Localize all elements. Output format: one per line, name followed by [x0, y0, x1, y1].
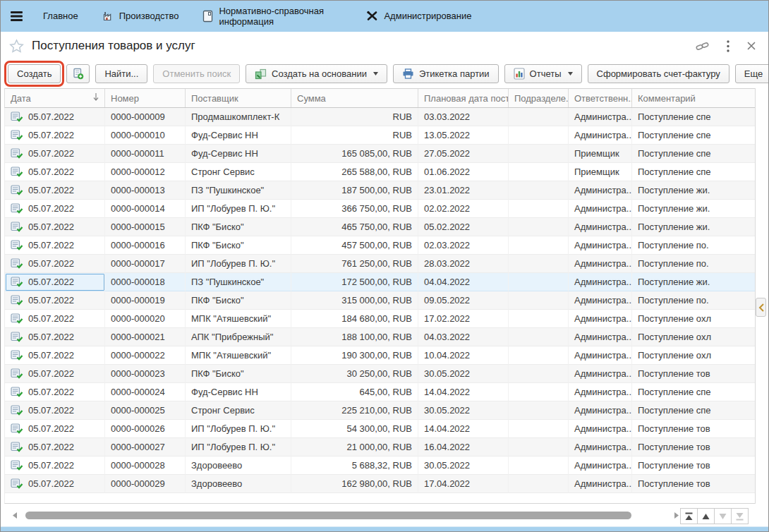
column-header[interactable]: Комментарий: [632, 89, 756, 107]
cell-value: МПК "Атяшевский": [191, 313, 271, 324]
table-row[interactable]: 05.07.20220000-000016ПКФ "Биско"457 500,…: [5, 236, 756, 255]
cell-value: Поступление жи.: [638, 277, 710, 287]
cell-responsible: Администра...: [569, 346, 632, 365]
cell-value: 761 250,00, RUB: [341, 258, 412, 269]
close-icon[interactable]: [747, 42, 756, 50]
create-based-on-button[interactable]: Создать на основании: [246, 64, 387, 83]
table-row[interactable]: 05.07.20220000-000012Стронг Сервис265 58…: [5, 163, 756, 181]
table-row[interactable]: 05.07.20220000-000011Фуд-Сервис НН165 08…: [5, 145, 756, 163]
scrollbar-thumb[interactable]: [25, 512, 631, 519]
cell-value: Администра...: [574, 313, 632, 324]
table-row[interactable]: 05.07.20220000-000025Стронг Сервис225 21…: [5, 401, 756, 420]
link-icon[interactable]: [696, 41, 709, 52]
cell-value: 05.07.2022: [28, 203, 74, 214]
cell-value: 0000-000022: [111, 350, 165, 361]
cell-value: 21 000,00, RUB: [346, 442, 412, 452]
cell-supplier: ПКФ "Биско": [186, 218, 291, 236]
table-row[interactable]: 05.07.20220000-000029Здоровеево162 980,0…: [5, 475, 756, 493]
cell-date: 05.07.2022: [5, 383, 105, 401]
cell-sum: 457 500,00, RUB: [291, 236, 418, 255]
table-row[interactable]: 05.07.20220000-000018ПЗ "Пушкинское"172 …: [5, 273, 756, 291]
menu-item-main[interactable]: Главное: [43, 11, 78, 21]
go-up-button[interactable]: [697, 508, 715, 524]
table-row[interactable]: 05.07.20220000-000028Здоровеево5 688,32,…: [5, 457, 756, 475]
table-row[interactable]: 05.07.20220000-000020МПК "Атяшевский"184…: [5, 310, 756, 328]
column-header[interactable]: Поставщик: [186, 89, 291, 107]
favorite-star-icon[interactable]: [9, 39, 24, 53]
expand-panel-button[interactable]: [756, 298, 766, 317]
cell-value: Здоровеево: [191, 478, 242, 489]
cell-value: 315 000,00, RUB: [341, 295, 412, 306]
button-label: Еще: [744, 68, 763, 79]
hamburger-menu-icon[interactable]: [11, 11, 25, 22]
cell-date: 05.07.2022: [5, 457, 105, 475]
cell-department: [509, 438, 569, 457]
document-posted-icon: [11, 185, 23, 195]
table-row[interactable]: 05.07.20220000-000024Фуд-Сервис НН645,00…: [5, 383, 756, 401]
cell-sum: 162 980,00, RUB: [291, 475, 418, 493]
scroll-left-icon[interactable]: [13, 512, 17, 519]
cell-responsible: Администра...: [569, 475, 632, 493]
column-header[interactable]: Ответственн...: [569, 89, 632, 107]
cell-department: [509, 457, 569, 475]
column-header[interactable]: Подразделе...: [509, 89, 569, 107]
cell-comment: Поступление тов: [632, 365, 756, 383]
printer-icon: [402, 68, 414, 80]
scroll-right-icon[interactable]: [674, 512, 679, 519]
column-header[interactable]: Дата: [5, 89, 105, 107]
cell-value: 187 500,00, RUB: [341, 185, 412, 195]
cell-value: 0000-000027: [111, 442, 165, 452]
column-header[interactable]: Номер: [105, 89, 186, 107]
menu-item-production[interactable]: Производство: [102, 11, 179, 22]
cell-value: ПКФ "Биско": [191, 240, 244, 250]
table-row[interactable]: 05.07.20220000-000022МПК "Атяшевский"190…: [5, 346, 756, 365]
table-row[interactable]: 05.07.20220000-000026ИП "Лобурев П. Ю."5…: [5, 420, 756, 438]
cell-value: 28.03.2022: [424, 258, 470, 269]
cell-value: 17.02.2022: [424, 313, 470, 324]
table-row[interactable]: 05.07.20220000-000015ПКФ "Биско"465 750,…: [5, 218, 756, 236]
cell-value: 0000-000029: [111, 478, 165, 489]
column-header[interactable]: Плановая дата поставки: [418, 89, 509, 107]
go-to-top-button[interactable]: [680, 508, 698, 524]
table-row[interactable]: 05.07.20220000-000023ПКФ "Биско"30 250,0…: [5, 365, 756, 383]
table-row[interactable]: 05.07.20220000-000021АПК "Прибрежный"188…: [5, 328, 756, 346]
cancel-search-button[interactable]: Отменить поиск: [153, 64, 240, 83]
cell-value: Администра...: [574, 350, 632, 361]
cell-date: 05.07.2022: [5, 181, 105, 200]
copy-button[interactable]: [66, 64, 90, 83]
table-row[interactable]: 05.07.20220000-000013ПЗ "Пушкинское"187 …: [5, 181, 756, 200]
cell-number: 0000-000020: [105, 310, 186, 328]
collapsed-right-panel: [755, 88, 768, 504]
table-row[interactable]: 05.07.20220000-000010Фуд-Сервис ННRUB13.…: [5, 126, 756, 145]
table-row[interactable]: 05.07.20220000-000027ИП "Лобурев П. Ю."2…: [5, 438, 756, 457]
column-header-label: Сумма: [297, 93, 326, 104]
table-row[interactable]: 05.07.20220000-000019ПКФ "Биско"315 000,…: [5, 291, 756, 310]
cell-supplier: Здоровеево: [186, 457, 291, 475]
menu-item-administration[interactable]: Администрирование: [366, 11, 471, 21]
menu-item-reference-info[interactable]: Нормативно-справочная информация: [202, 6, 342, 28]
table-row[interactable]: 05.07.20220000-000009Продмашкомплект-КRU…: [5, 108, 756, 126]
generate-invoice-button[interactable]: Сформировать счет-фактуру: [588, 64, 729, 83]
cell-responsible: Администра...: [569, 126, 632, 145]
cell-responsible: Администра...: [569, 273, 632, 291]
cell-sum: 172 500,00, RUB: [291, 273, 418, 291]
tools-icon: [366, 11, 378, 21]
batch-label-button[interactable]: Этикетка партии: [393, 64, 499, 83]
go-to-bottom-button[interactable]: [731, 508, 749, 524]
create-button[interactable]: Создать: [8, 64, 61, 83]
cell-responsible: Администра...: [569, 383, 632, 401]
table-row[interactable]: 05.07.20220000-000017ИП "Лобурев П. Ю."7…: [5, 255, 756, 273]
scrollbar-track[interactable]: [20, 511, 672, 520]
cell-value: Продмашкомплект-К: [191, 111, 279, 122]
cell-department: [509, 420, 569, 438]
find-button[interactable]: Найти...: [95, 64, 147, 83]
table-row[interactable]: 05.07.20220000-000014ИП "Лобурев П. Ю."3…: [5, 200, 756, 218]
more-actions-button[interactable]: Еще: [735, 64, 769, 83]
reports-button[interactable]: Отчеты: [504, 64, 582, 83]
column-header[interactable]: Сумма: [291, 89, 418, 107]
cell-value: Поступление тов: [638, 423, 710, 434]
button-label: Создать: [17, 68, 52, 79]
go-down-button[interactable]: [714, 508, 732, 524]
more-menu-icon[interactable]: [727, 40, 729, 52]
cell-date: 05.07.2022: [5, 438, 105, 457]
